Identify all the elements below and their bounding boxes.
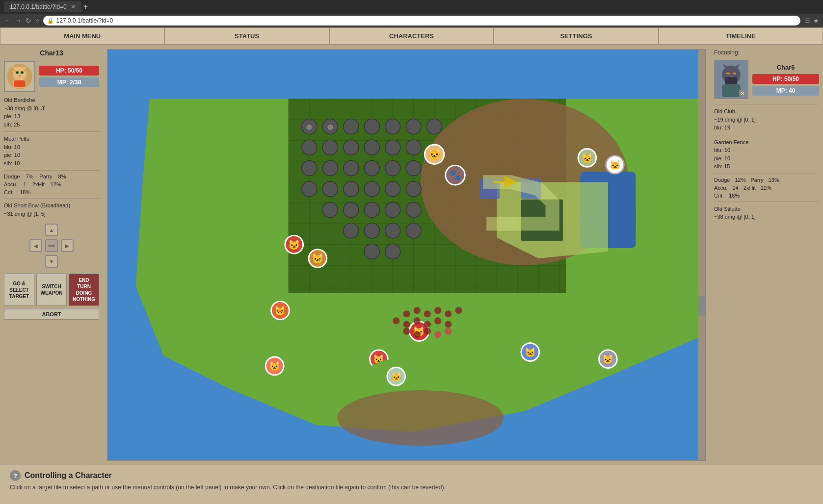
dpad-container: ▲ ◀ GO ▶ ▼ — [4, 224, 99, 268]
right-divider-1 — [714, 104, 819, 104]
back-button[interactable]: ← — [4, 17, 11, 25]
tab-close-icon[interactable]: ✕ — [71, 3, 76, 10]
svg-text:🐾: 🐾 — [449, 169, 461, 181]
svg-point-58 — [406, 140, 421, 155]
left-parry-val: 8% — [58, 174, 66, 179]
svg-point-7 — [22, 72, 23, 74]
svg-point-118 — [414, 331, 421, 338]
svg-point-69 — [385, 181, 400, 197]
top-nav: MAIN MENU STATUS CHARACTERS SETTINGS TIM… — [0, 27, 823, 45]
forward-button[interactable]: → — [15, 17, 22, 25]
timeline-button[interactable]: TIMELINE — [659, 27, 823, 45]
svg-text:🐱: 🐱 — [391, 371, 402, 382]
right-armor-name: Garden Fence — [714, 138, 819, 147]
main-content: Char13 — [0, 45, 823, 465]
address-bar[interactable]: 🔒 127.0.0.1/battle/?id=0 — [43, 16, 800, 25]
go-select-target-button[interactable]: GO & SELECT TARGET — [4, 274, 34, 306]
right-weapon1-name: Old Club — [714, 107, 819, 116]
status-button[interactable]: STATUS — [164, 27, 329, 45]
characters-button[interactable]: CHARACTERS — [329, 27, 494, 45]
dpad-up-button[interactable]: ▲ — [45, 224, 58, 236]
svg-point-51 — [406, 119, 421, 134]
svg-point-105 — [403, 310, 410, 317]
svg-point-67 — [344, 181, 359, 197]
dpad-left-button[interactable]: ◀ — [29, 239, 42, 252]
left-panel: Char13 — [0, 45, 103, 465]
svg-text:🐱: 🐱 — [269, 360, 280, 372]
tab-bar: 127.0.0.1/battle/?id=0 ✕ + — [0, 0, 823, 14]
right-divider-3 — [714, 174, 819, 174]
help-icon: ? — [10, 470, 21, 481]
reload-button[interactable]: ↻ — [26, 17, 31, 25]
svg-point-74 — [385, 202, 400, 217]
svg-rect-12 — [14, 80, 26, 87]
svg-point-108 — [434, 307, 441, 314]
right-char-portrait: ✕ — [714, 60, 748, 99]
svg-point-107 — [424, 310, 431, 317]
left-item-name: Meal Pelts — [4, 135, 99, 143]
right-weapon1-blu: blu: 19 — [714, 124, 819, 132]
svg-point-60 — [322, 161, 338, 176]
new-tab-icon[interactable]: + — [83, 2, 88, 11]
lock-icon: 🔒 — [47, 18, 54, 24]
bookmarks-icon[interactable]: ☰ — [804, 17, 810, 25]
home-button[interactable]: ⌂ — [35, 17, 39, 25]
svg-text:🐱: 🐱 — [427, 148, 442, 161]
app-container: MAIN MENU STATUS CHARACTERS SETTINGS TIM… — [0, 27, 823, 504]
svg-text:🐱: 🐱 — [274, 305, 286, 316]
right-armor-slh: slh: 15 — [714, 162, 819, 171]
switch-weapon-button[interactable]: SWITCH WEAPON — [36, 274, 67, 306]
right-weapon1-dmg: ~19 dmg @ [0, 1] — [714, 116, 819, 124]
left-ranged-dmg: ~31 dmg @ [1, 5] — [4, 210, 99, 218]
action-buttons: GO & SELECT TARGET SWITCH WEAPON END TUR… — [4, 274, 99, 306]
left-char-portrait-area: HP: 50/50 MP: 2/38 — [4, 61, 99, 92]
map-scrollbar-thumb[interactable] — [698, 296, 705, 316]
svg-point-53 — [302, 140, 317, 155]
right-combat-row2: Accu. 14 2xHit 12% — [714, 185, 819, 191]
right-2xhit-label: 2xHit — [743, 185, 756, 191]
svg-point-52 — [427, 119, 442, 134]
map-scrollbar-vertical[interactable] — [698, 50, 705, 460]
active-tab[interactable]: 127.0.0.1/battle/?id=0 ✕ — [4, 1, 81, 12]
right-char-area: ✕ Char6 HP: 50/50 MP: 40 — [714, 60, 819, 99]
svg-point-64 — [406, 161, 421, 176]
dpad-center-button[interactable]: GO — [45, 239, 58, 252]
right-mp-bar: MP: 40 — [752, 86, 819, 96]
svg-point-79 — [406, 223, 421, 238]
settings-button[interactable]: SETTINGS — [494, 27, 658, 45]
main-menu-button[interactable]: MAIN MENU — [0, 27, 164, 45]
svg-text:🐱: 🐱 — [525, 347, 536, 358]
right-dodge-val: 12% — [735, 177, 745, 183]
left-2xhit-label: 2xHit — [32, 181, 45, 187]
dpad-down-button[interactable]: ▼ — [45, 255, 58, 268]
game-map[interactable]: ⊘ ⊘ — [108, 50, 705, 460]
left-dodge-label: Dodge — [4, 174, 20, 179]
left-accu-label: Accu. — [4, 181, 18, 187]
left-char-portrait — [4, 61, 35, 92]
star-icon[interactable]: ★ — [813, 17, 819, 25]
left-ranged-block: Old Short Bow (Broadhead) ~31 dmg @ [1, … — [4, 202, 99, 218]
svg-point-134 — [726, 73, 730, 75]
right-armor-blu: blu: 10 — [714, 146, 819, 154]
right-combat-row3: Crit. 18% — [714, 193, 819, 199]
dpad-right-button[interactable]: ▶ — [61, 239, 74, 252]
nav-bar: ← → ↻ ⌂ 🔒 127.0.0.1/battle/?id=0 ☰ ★ — [0, 14, 823, 27]
left-accu-val: 1 — [24, 181, 27, 187]
svg-point-59 — [302, 161, 317, 176]
map-container[interactable]: ⊘ ⊘ — [107, 49, 706, 461]
right-accu-val: 14 — [733, 185, 739, 191]
left-parry-label: Parry — [39, 174, 52, 179]
right-hp-bar: HP: 50/50 — [752, 74, 819, 84]
right-panel-close-button[interactable]: ✕ — [739, 89, 746, 97]
right-dodge-label: Dodge — [714, 177, 730, 183]
right-armor-pie: pie: 10 — [714, 154, 819, 163]
browser-chrome: 127.0.0.1/battle/?id=0 ✕ + ← → ↻ ⌂ 🔒 127… — [0, 0, 823, 27]
svg-point-61 — [344, 161, 359, 176]
svg-point-113 — [414, 317, 421, 324]
svg-point-117 — [403, 328, 410, 335]
svg-text:🐱: 🐱 — [582, 152, 593, 164]
svg-point-120 — [434, 331, 441, 338]
right-divider-4 — [714, 202, 819, 202]
abort-button[interactable]: ABORT — [4, 309, 99, 320]
end-turn-button[interactable]: END TURN DOING NOTHING — [69, 274, 99, 306]
